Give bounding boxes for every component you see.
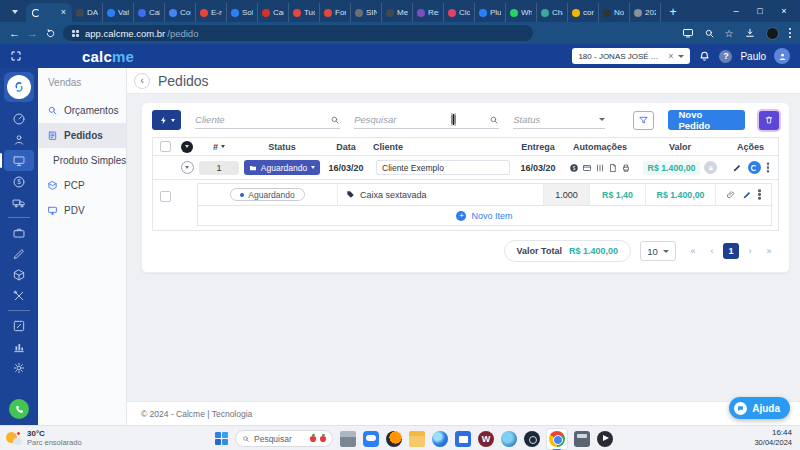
quick-actions-button[interactable] <box>152 110 181 130</box>
account-clear-icon[interactable]: × <box>668 51 673 61</box>
row-menu-icon[interactable] <box>767 166 770 169</box>
help-icon[interactable]: ? <box>719 50 732 63</box>
steam-icon[interactable] <box>524 431 540 447</box>
fullscreen-icon[interactable] <box>10 50 22 62</box>
browser-tab[interactable]: SIN <box>351 3 382 22</box>
edit-pencil-icon[interactable] <box>732 163 742 173</box>
chrome-icon[interactable] <box>549 431 565 447</box>
bell-icon[interactable] <box>698 50 711 63</box>
media-player-icon[interactable] <box>597 431 613 447</box>
rail-item-settings[interactable] <box>4 357 34 378</box>
item-checkbox[interactable] <box>160 191 171 202</box>
browser-tab[interactable]: Sol <box>227 3 258 22</box>
item-status-pill[interactable]: Aguardando <box>230 188 304 201</box>
account-select[interactable]: 180 - JONAS JOSÉ ALMEID... × <box>572 48 690 64</box>
new-tab-button[interactable]: + <box>665 4 681 20</box>
search-icon[interactable] <box>330 115 340 125</box>
back-button[interactable]: ← <box>9 28 20 39</box>
last-page-button[interactable]: » <box>761 243 777 259</box>
rail-item-inventory[interactable] <box>4 264 34 285</box>
item-menu-icon[interactable] <box>758 193 761 196</box>
item-quantity[interactable]: 1.000 <box>543 184 589 205</box>
reload-button[interactable] <box>45 28 56 39</box>
status-filter-select[interactable]: Status <box>513 111 605 129</box>
paperclip-icon[interactable] <box>726 190 736 200</box>
start-button[interactable] <box>215 432 228 445</box>
expand-row-icon[interactable] <box>181 161 194 174</box>
rail-item-services[interactable] <box>4 222 34 243</box>
novo-item-row[interactable]: + Novo Item <box>198 205 771 225</box>
prev-page-button[interactable]: ‹ <box>704 243 720 259</box>
browser-tab[interactable]: No <box>599 3 630 22</box>
chat-app-icon[interactable] <box>363 431 379 447</box>
browser-tab[interactable]: Clo <box>444 3 475 22</box>
current-page-button[interactable]: 1 <box>723 243 739 259</box>
download-icon[interactable] <box>744 27 756 39</box>
browser-tab[interactable]: con <box>568 3 599 22</box>
order-number[interactable]: 1 <box>199 161 239 175</box>
maximize-button[interactable]: □ <box>748 6 772 16</box>
order-cliente-input[interactable]: Cliente Exemplo <box>376 160 510 175</box>
browser-tab[interactable]: For <box>320 3 351 22</box>
item-name[interactable]: Caixa sextavada <box>360 190 427 200</box>
printer-automation-icon[interactable] <box>621 163 631 173</box>
sidebar-item-pcp[interactable]: PCP <box>38 173 126 198</box>
tab-close-icon[interactable]: × <box>61 8 66 17</box>
rail-logo-tile[interactable] <box>4 72 34 102</box>
header-data[interactable]: Data <box>323 142 369 152</box>
header-acoes[interactable]: Ações <box>723 142 778 152</box>
zoom-icon[interactable] <box>704 28 715 39</box>
browser-tab[interactable]: Tud <box>289 3 320 22</box>
user-avatar[interactable] <box>774 48 790 64</box>
item-total-value[interactable]: R$ 1.400,00 <box>645 184 715 205</box>
edit-pencil-icon[interactable] <box>742 190 752 200</box>
tab-search-button[interactable] <box>6 4 24 20</box>
browser-tab[interactable]: Plu <box>475 3 506 22</box>
task-view-icon[interactable] <box>340 431 356 447</box>
rail-item-sales[interactable] <box>4 150 34 171</box>
item-unit-value[interactable]: R$ 1,40 <box>589 184 645 205</box>
ajuda-button[interactable]: Ajuda <box>729 397 790 419</box>
lock-icon[interactable] <box>704 161 717 174</box>
file-explorer-icon[interactable] <box>409 431 425 447</box>
sidebar-item-orcamentos[interactable]: Orçamentos <box>38 98 126 123</box>
minimize-button[interactable]: – <box>724 6 748 16</box>
browser-tab[interactable]: Cal <box>134 3 165 22</box>
novo-pedido-button[interactable]: Novo Pedido <box>668 110 744 130</box>
bookmark-star-icon[interactable]: ☆ <box>725 28 734 39</box>
sync-action-icon[interactable] <box>748 161 761 174</box>
sidebar-item-pedidos[interactable]: Pedidos <box>38 123 126 148</box>
money-automation-icon[interactable]: $ <box>569 163 579 173</box>
active-browser-tab[interactable]: × <box>26 3 72 22</box>
page-size-select[interactable]: 10 <box>640 241 676 261</box>
search-icon[interactable] <box>489 115 499 125</box>
rail-item-clients[interactable] <box>4 129 34 150</box>
browser-profile-avatar[interactable] <box>766 27 779 40</box>
rail-item-tools[interactable] <box>4 285 34 306</box>
sidebar-item-pdv[interactable]: PDV <box>38 198 126 223</box>
collapse-all-icon[interactable] <box>181 141 193 153</box>
header-num[interactable]: # <box>213 142 218 152</box>
select-all-checkbox[interactable] <box>160 141 171 152</box>
sidebar-item-produto-simples[interactable]: Produto Simples <box>38 148 126 173</box>
close-button[interactable]: × <box>772 6 796 16</box>
browser-tab[interactable]: DAI <box>72 3 103 22</box>
firefox-icon[interactable] <box>386 431 402 447</box>
rail-item-analytics[interactable] <box>4 336 34 357</box>
document-automation-icon[interactable] <box>608 163 618 173</box>
next-page-button[interactable]: › <box>742 243 758 259</box>
browser-tab[interactable]: Cor <box>165 3 196 22</box>
store-icon[interactable] <box>455 431 471 447</box>
rail-item-finance[interactable]: $ <box>4 171 34 192</box>
cliente-input[interactable] <box>195 114 330 125</box>
cliente-filter-field[interactable] <box>195 111 340 129</box>
taskbar-search[interactable]: Pesquisar <box>235 430 333 447</box>
forward-button[interactable]: → <box>27 28 38 39</box>
browser-tab[interactable]: 202 <box>630 3 661 22</box>
header-entrega[interactable]: Entrega <box>513 142 563 152</box>
weather-widget[interactable]: 30°C Parc ensolarado <box>0 429 82 448</box>
back-circle-button[interactable]: ‹ <box>134 73 150 89</box>
columns-automation-icon[interactable] <box>595 163 605 173</box>
delete-button[interactable] <box>759 111 779 130</box>
browser-tab[interactable]: Wh <box>506 3 537 22</box>
